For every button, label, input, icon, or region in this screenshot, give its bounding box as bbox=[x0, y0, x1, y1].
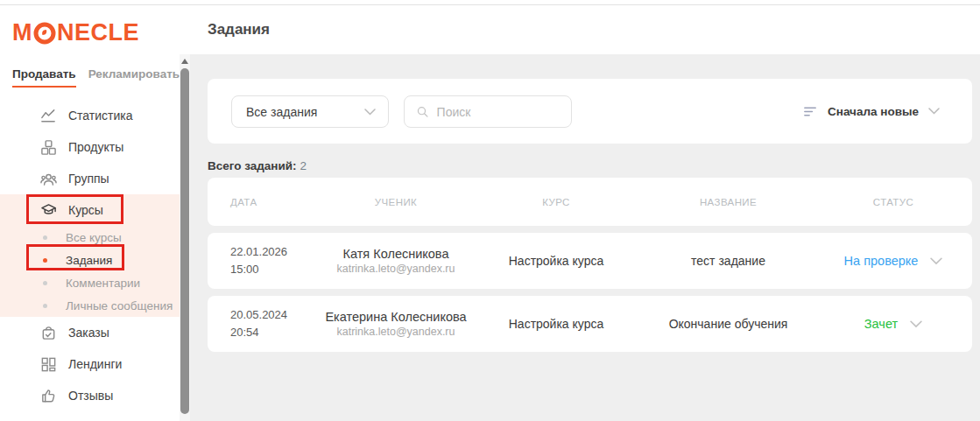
sidebar-item-label: Отзывы bbox=[68, 389, 113, 403]
scrollbar-thumb[interactable] bbox=[180, 68, 189, 414]
sort-control[interactable]: Сначала новые bbox=[803, 79, 940, 144]
sidebar-item-label: Комментарии bbox=[66, 277, 140, 290]
sidebar-item-orders[interactable]: Заказы bbox=[0, 317, 180, 348]
time-value: 15:00 bbox=[230, 261, 321, 278]
sidebar-item-label: Продукты bbox=[68, 140, 123, 154]
sidebar-item-label: Заказы bbox=[68, 326, 109, 340]
sidebar-item-courses[interactable]: Курсы bbox=[0, 194, 180, 226]
sidebar-tabs: Продавать Рекламировать bbox=[12, 67, 180, 88]
chevron-down-icon bbox=[928, 108, 940, 115]
tasks-total-label: Всего заданий: bbox=[208, 159, 297, 172]
logo-text-left: M bbox=[12, 19, 32, 46]
column-header-course: КУРС bbox=[470, 197, 642, 207]
table-row[interactable]: 22.01.2026 15:00 Катя Колесникова katrin… bbox=[208, 233, 972, 289]
sort-label: Сначала новые bbox=[828, 105, 919, 118]
column-header-name: НАЗВАНИЕ bbox=[642, 197, 814, 207]
column-header-status: СТАТУС bbox=[814, 197, 972, 207]
bullet-icon bbox=[43, 235, 47, 240]
sidebar-item-reviews[interactable]: Отзывы bbox=[0, 380, 180, 411]
sidebar-item-label: Статистика bbox=[68, 109, 133, 123]
scroll-up-arrow-icon[interactable] bbox=[181, 59, 188, 64]
date-value: 20.05.2024 bbox=[230, 306, 321, 324]
app-window: M NECLE Продавать Рекламировать Статисти… bbox=[0, 0, 980, 421]
cell-student: Катя Колесникова katrinka.leto@yandex.ru bbox=[321, 247, 470, 275]
bullet-icon bbox=[43, 281, 47, 285]
chart-icon bbox=[40, 108, 57, 124]
student-email: katrinka.leto@yandex.ru bbox=[321, 263, 470, 275]
logo[interactable]: M NECLE bbox=[12, 19, 180, 46]
layout-icon bbox=[40, 356, 57, 373]
tab-sell[interactable]: Продавать bbox=[12, 67, 76, 88]
sidebar-item-private-messages[interactable]: Личные сообщения bbox=[0, 294, 180, 317]
filter-bar: Все задания Сначала новые bbox=[208, 79, 972, 144]
cell-date: 20.05.2024 20:54 bbox=[208, 306, 321, 341]
task-type-value: Все задания bbox=[246, 105, 364, 119]
student-email: katrinka.leto@yandex.ru bbox=[321, 326, 470, 338]
bullet-icon bbox=[43, 304, 47, 308]
search-icon bbox=[416, 104, 429, 119]
student-name: Екатерина Колесникова bbox=[321, 310, 470, 324]
status-select[interactable]: На проверке bbox=[814, 254, 972, 268]
sidebar-item-label: Личные сообщения bbox=[66, 299, 173, 312]
cell-student: Екатерина Колесникова katrinka.leto@yand… bbox=[321, 310, 470, 338]
sidebar-item-label: Лендинги bbox=[68, 357, 122, 371]
time-value: 20:54 bbox=[230, 324, 321, 341]
people-icon bbox=[40, 171, 57, 187]
task-type-dropdown[interactable]: Все задания bbox=[231, 95, 389, 128]
chevron-down-icon bbox=[364, 109, 376, 116]
search-box[interactable] bbox=[404, 95, 572, 128]
sidebar-item-all-courses[interactable]: Все курсы bbox=[0, 226, 180, 249]
sidebar-item-label: Задания bbox=[66, 254, 112, 267]
bag-check-icon bbox=[40, 325, 57, 341]
chevron-down-icon[interactable] bbox=[910, 320, 922, 328]
chevron-down-icon[interactable] bbox=[930, 257, 942, 265]
sidebar-item-comments[interactable]: Комментарии bbox=[0, 271, 180, 294]
table-header: ДАТА УЧЕНИК КУРС НАЗВАНИЕ СТАТУС bbox=[208, 178, 972, 226]
sidebar-item-landings[interactable]: Лендинги bbox=[0, 348, 180, 380]
sort-lines-icon bbox=[803, 104, 818, 119]
courses-section: Курсы Все курсы Задания Комментарии Личн… bbox=[0, 194, 180, 317]
status-badge: На проверке bbox=[844, 254, 919, 268]
page-title: Задания bbox=[208, 21, 270, 39]
tab-advertise[interactable]: Рекламировать bbox=[88, 67, 180, 88]
cell-course: Настройка курса bbox=[470, 254, 642, 268]
status-select[interactable]: Зачет bbox=[814, 317, 972, 331]
table-row[interactable]: 20.05.2024 20:54 Екатерина Колесникова k… bbox=[208, 296, 972, 352]
sidebar-item-products[interactable]: Продукты bbox=[0, 131, 180, 163]
sidebar-item-label: Все курсы bbox=[66, 231, 122, 244]
bullet-icon bbox=[43, 258, 47, 263]
cell-task-name: тест задание bbox=[642, 254, 814, 268]
sidebar-scrollbar[interactable] bbox=[180, 54, 190, 421]
sidebar-nav: Статистика Продукты Груп bbox=[0, 100, 180, 411]
column-header-student: УЧЕНИК bbox=[321, 197, 470, 207]
cell-task-name: Окончание обучения bbox=[642, 317, 814, 331]
column-header-date: ДАТА bbox=[208, 197, 321, 207]
graduation-cap-icon bbox=[40, 202, 57, 219]
search-input[interactable] bbox=[437, 105, 562, 119]
main-content: Задания Все задания Сначала новые Всего … bbox=[190, 5, 980, 421]
tasks-total: Всего заданий:2 bbox=[208, 159, 307, 172]
sidebar-item-label: Курсы bbox=[68, 203, 103, 217]
student-name: Катя Колесникова bbox=[321, 247, 470, 261]
sidebar-item-groups[interactable]: Группы bbox=[0, 163, 180, 194]
sidebar-item-statistics[interactable]: Статистика bbox=[0, 100, 180, 131]
sidebar: M NECLE Продавать Рекламировать Статисти… bbox=[0, 5, 180, 421]
date-value: 22.01.2026 bbox=[230, 243, 321, 261]
tasks-total-count: 2 bbox=[300, 159, 307, 172]
cell-course: Настройка курса bbox=[470, 317, 642, 331]
sidebar-item-tasks[interactable]: Задания bbox=[0, 249, 180, 271]
cubes-icon bbox=[40, 139, 57, 156]
leaf-circle-icon bbox=[33, 22, 56, 45]
status-badge: Зачет bbox=[864, 317, 898, 331]
logo-text-right: NECLE bbox=[57, 19, 139, 46]
sidebar-item-label: Группы bbox=[68, 172, 109, 186]
cell-date: 22.01.2026 15:00 bbox=[208, 243, 321, 278]
thumbs-up-icon bbox=[40, 388, 57, 404]
